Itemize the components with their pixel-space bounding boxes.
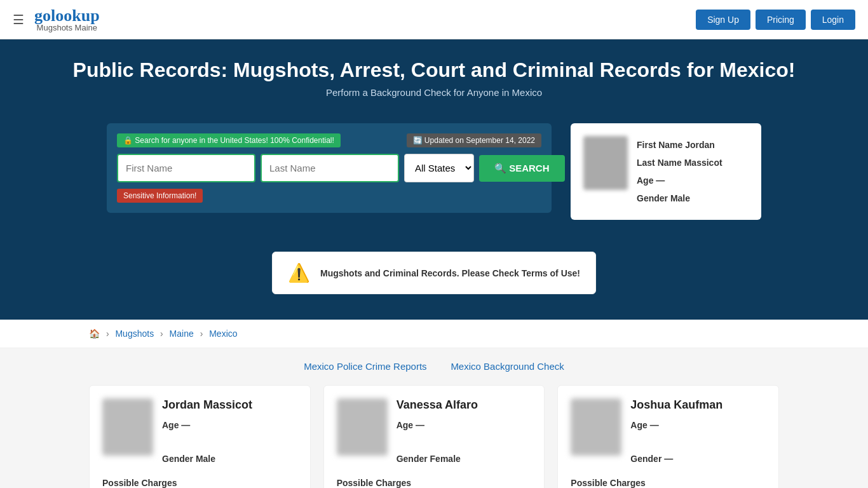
breadcrumb: 🏠 › Mugshots › Maine › Mexico (0, 320, 868, 348)
profile-card: First Name Jordan Last Name Massicot Age… (571, 123, 761, 220)
search-button[interactable]: 🔍 SEARCH (479, 155, 565, 182)
age-label-2: Age (630, 420, 647, 430)
last-name-input[interactable] (261, 154, 399, 182)
gender-value-0: Male (196, 454, 215, 464)
gender-label-2: Gender (630, 454, 661, 464)
main-content: Mexico Police Crime Reports Mexico Backg… (0, 348, 868, 488)
avatar-0 (102, 398, 153, 456)
age-label-0: Age (162, 420, 179, 430)
card-details-0: Jordan Massicot Age — Gender Male (162, 398, 252, 468)
header: ☰ golookup Mugshots Maine Sign Up Pricin… (0, 0, 868, 39)
profile-info: First Name Jordan Last Name Massicot Age… (637, 136, 722, 207)
breadcrumb-mexico[interactable]: Mexico (209, 329, 237, 339)
avatar-2 (571, 398, 621, 456)
hero-section: Public Records: Mugshots, Arrest, Court … (0, 39, 868, 123)
age-value-0: — (181, 420, 190, 430)
last-name-label: Last Name (637, 158, 682, 168)
age-label: Age (637, 175, 653, 186)
charges-label-1: Possible Charges (337, 478, 532, 488)
sensitive-badge: Sensitive Information! (117, 189, 203, 203)
logo-subtitle: Mugshots Maine (34, 23, 100, 32)
logo-container: golookup Mugshots Maine (34, 6, 100, 32)
search-section: 🔒 Search for anyone in the United States… (0, 123, 868, 239)
warning-section-wrapper: ⚠️ Mugshots and Criminal Records. Please… (0, 239, 868, 320)
warning-icon: ⚠️ (288, 262, 310, 283)
first-name-value: Jordan (685, 140, 715, 150)
gender-value-2: — (664, 454, 673, 464)
age-value-1: — (416, 420, 424, 430)
breadcrumb-mugshots[interactable]: Mugshots (115, 329, 154, 339)
nav-links: Mexico Police Crime Reports Mexico Backg… (89, 361, 779, 372)
age-value-2: — (650, 420, 659, 430)
hero-title: Public Records: Mugshots, Arrest, Court … (13, 58, 855, 82)
search-inputs: All States Alabama Alaska Arizona Arkans… (117, 154, 541, 182)
avatar-1 (337, 398, 388, 456)
first-name-input[interactable] (117, 154, 255, 182)
charges-label-0: Possible Charges (102, 478, 297, 488)
nav-link-crime-reports[interactable]: Mexico Police Crime Reports (304, 361, 426, 372)
gender-label: Gender (637, 193, 668, 203)
signup-button[interactable]: Sign Up (696, 10, 750, 30)
gender-value-1: Female (430, 454, 461, 464)
people-cards-grid: Jordan Massicot Age — Gender Male Possib… (89, 385, 779, 488)
person-name-1: Vanessa Alfaro (397, 398, 478, 412)
warning-text: Mugshots and Criminal Records. Please Ch… (320, 268, 580, 278)
card-details-1: Vanessa Alfaro Age — Gender Female (397, 398, 478, 468)
person-card-1: Vanessa Alfaro Age — Gender Female Possi… (323, 385, 545, 488)
charges-label-2: Possible Charges (571, 478, 766, 488)
pricing-button[interactable]: Pricing (756, 10, 806, 30)
state-select[interactable]: All States Alabama Alaska Arizona Arkans… (404, 154, 474, 182)
first-name-label: First Name (637, 140, 682, 150)
profile-avatar (583, 136, 628, 190)
confidential-badge: 🔒 Search for anyone in the United States… (117, 133, 341, 147)
updated-badge: 🔄 Updated on September 14, 2022 (407, 133, 541, 147)
header-right: Sign Up Pricing Login (696, 10, 855, 30)
card-header-1: Vanessa Alfaro Age — Gender Female (337, 398, 532, 468)
person-name-2: Joshua Kaufman (630, 398, 722, 412)
gender-value: Male (670, 193, 690, 203)
gender-label-1: Gender (397, 454, 428, 464)
menu-icon[interactable]: ☰ (13, 12, 24, 27)
login-button[interactable]: Login (811, 10, 855, 30)
card-header-2: Joshua Kaufman Age — Gender — (571, 398, 766, 468)
person-card-0: Jordan Massicot Age — Gender Male Possib… (89, 385, 311, 488)
breadcrumb-maine[interactable]: Maine (170, 329, 194, 339)
age-value: — (656, 175, 665, 186)
header-left: ☰ golookup Mugshots Maine (13, 6, 100, 32)
card-header-0: Jordan Massicot Age — Gender Male (102, 398, 297, 468)
breadcrumb-home[interactable]: 🏠 (89, 329, 100, 339)
breadcrumb-sep2: › (160, 329, 166, 339)
person-name-0: Jordan Massicot (162, 398, 252, 412)
warning-bar: ⚠️ Mugshots and Criminal Records. Please… (272, 252, 596, 294)
card-details-2: Joshua Kaufman Age — Gender — (630, 398, 722, 468)
last-name-value: Massicot (684, 158, 722, 168)
age-label-1: Age (397, 420, 413, 430)
nav-link-background-check[interactable]: Mexico Background Check (451, 361, 564, 372)
breadcrumb-sep3: › (200, 329, 206, 339)
person-card-2: Joshua Kaufman Age — Gender — Possible C… (557, 385, 779, 488)
gender-label-0: Gender (162, 454, 193, 464)
hero-subtitle: Perform a Background Check for Anyone in… (13, 87, 855, 98)
search-box: 🔒 Search for anyone in the United States… (107, 123, 552, 213)
breadcrumb-sep1: › (106, 329, 112, 339)
